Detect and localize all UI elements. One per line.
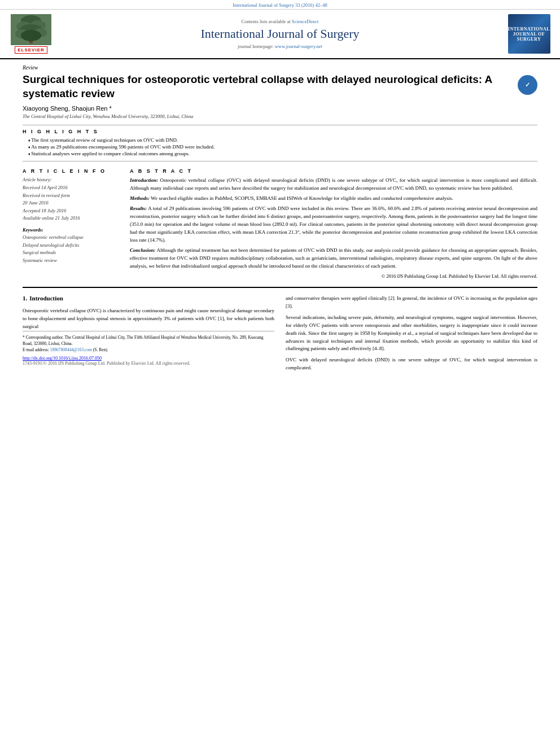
keyword-2: Delayed neurological deficits — [23, 242, 119, 250]
affiliation-text: The Central Hospital of Lishui City, Wen… — [23, 113, 537, 119]
journal-header-center: Contents lists available at ScienceDirec… — [56, 14, 504, 54]
keywords-label: Keywords: — [23, 227, 119, 233]
article-history: Article history: Received 14 April 2016 … — [23, 176, 119, 222]
highlights-heading: H I G H L I G H T S — [23, 129, 537, 134]
keywords-list: Osteoporotic vertebral collapse Delayed … — [23, 234, 119, 264]
intro-section-heading: Introduction — [29, 295, 63, 302]
authors-line: Xiaoyong Sheng, Shaojun Ren * — [23, 105, 537, 112]
keyword-3: Surgical methods — [23, 249, 119, 257]
intro-right-col: and conservative therapies were applied … — [286, 295, 537, 372]
journal-citation-bar: International Journal of Surgery 33 (201… — [0, 0, 560, 10]
doi-link[interactable]: http://dx.doi.org/10.1016/j.ijsu.2016.07… — [23, 356, 102, 361]
journal-badge-area: INTERNATIONAL JOURNAL OF SURGERY — [504, 14, 554, 54]
email-note: E-mail address: 18867808444@163.com (S. … — [23, 347, 274, 353]
elsevier-tree-icon — [11, 14, 51, 45]
abstract-heading: A B S T R A C T — [130, 168, 537, 174]
article-info-heading: A R T I C L E I N F O — [23, 168, 119, 174]
abstract-intro-text: Osteoporotic vertebral collapse (OVC) wi… — [130, 177, 537, 191]
footnote-area: * Corresponding author. The Central Hosp… — [23, 331, 274, 366]
revised-date: 20 June 2016 — [23, 199, 119, 207]
intro-paragraph-left: Osteoporotic vertebral collapse (OVC) is… — [23, 307, 274, 331]
keyword-4: Systematic review — [23, 257, 119, 265]
highlights-section: H I G H L I G H T S The first systematic… — [23, 125, 537, 161]
intro-paragraph-right: and conservative therapies were applied … — [286, 295, 537, 372]
journal-homepage-line: journal homepage: www.journal-surgery.ne… — [238, 43, 322, 49]
elsevier-logo: ELSEVIER — [11, 14, 51, 54]
highlight-item-3: Statistical analyses were applied to com… — [23, 151, 537, 156]
abstract-conclusion-label: Conclusion: — [130, 247, 156, 253]
available-date: Available online 21 July 2016 — [23, 215, 119, 222]
article-content: Review Surgical techniques for osteoporo… — [0, 59, 560, 378]
intro-right-p3: OVC with delayed neurological deficits (… — [286, 356, 537, 372]
crossmark-icon: ✓ — [518, 75, 537, 95]
issn-text: 1743-9191/© 2016 IJS Publishing Group Lt… — [23, 361, 274, 366]
article-title-row: Surgical techniques for osteoporotic ver… — [23, 73, 537, 101]
authors-text: Xiaoyong Sheng, Shaojun Ren * — [23, 105, 112, 112]
journal-citation-text: International Journal of Surgery 33 (201… — [233, 2, 327, 8]
science-direct-line: Contents lists available at ScienceDirec… — [242, 19, 319, 24]
science-direct-link[interactable]: ScienceDirect — [292, 19, 319, 24]
article-type-label: Review — [23, 65, 537, 71]
svg-point-8 — [21, 30, 41, 41]
surgery-journal-badge: INTERNATIONAL JOURNAL OF SURGERY — [508, 14, 550, 54]
journal-homepage-link[interactable]: www.journal-surgery.net — [275, 43, 322, 49]
elsevier-logo-area: ELSEVIER — [6, 14, 56, 54]
history-label: Article history: — [23, 176, 119, 184]
abstract-methods: Methods: We searched eligible studies in… — [130, 195, 537, 203]
journal-title: International Journal of Surgery — [200, 27, 359, 41]
info-abstract-row: A R T I C L E I N F O Article history: R… — [23, 168, 537, 279]
journal-header: ELSEVIER Contents lists available at Sci… — [0, 10, 560, 59]
abstract-methods-label: Methods: — [130, 195, 150, 201]
abstract-methods-text: We searched eligible studies in PubMed, … — [151, 195, 453, 201]
intro-right-p2: Several indications, including severe pa… — [286, 314, 537, 353]
intro-section-number: 1. — [23, 295, 27, 302]
intro-left-col: 1. Introduction Osteoporotic vertebral c… — [23, 295, 274, 372]
email-link[interactable]: 18867808444@163.com — [50, 347, 92, 352]
article-title: Surgical techniques for osteoporotic ver… — [23, 73, 512, 101]
section-divider — [23, 287, 537, 288]
highlight-item-2: As many as 29 publications encompassing … — [23, 144, 537, 150]
crossmark-badge[interactable]: ✓ — [518, 75, 537, 95]
intro-right-p1: and conservative therapies were applied … — [286, 295, 537, 311]
article-info-col: A R T I C L E I N F O Article history: R… — [23, 168, 119, 279]
surgery-badge-text: INTERNATIONAL JOURNAL OF SURGERY — [508, 27, 550, 42]
abstract-col: A B S T R A C T Introduction: Osteoporot… — [130, 168, 537, 279]
received-date: Received 14 April 2016 — [23, 184, 119, 192]
abstract-introduction: Introduction: Osteoporotic vertebral col… — [130, 177, 537, 193]
elsevier-brand-name: ELSEVIER — [15, 46, 47, 54]
abstract-conclusion: Conclusion: Although the optimal treatme… — [130, 247, 537, 270]
abstract-conclusion-text: Although the optimal treatment has not b… — [130, 247, 537, 269]
abstract-copyright: © 2016 IJS Publishing Group Ltd. Publish… — [130, 273, 537, 280]
abstract-text: Introduction: Osteoporotic vertebral col… — [130, 177, 537, 279]
abstract-results-label: Results: — [130, 206, 147, 211]
intro-heading-row: 1. Introduction — [23, 295, 274, 304]
keyword-1: Osteoporotic vertebral collapse — [23, 234, 119, 242]
introduction-section: 1. Introduction Osteoporotic vertebral c… — [23, 295, 537, 372]
abstract-results: Results: A total of 29 publications invo… — [130, 205, 537, 244]
received-revised-label: Received in revised form — [23, 192, 119, 200]
abstract-intro-label: Introduction: — [130, 177, 158, 183]
highlight-item-1: The first systematical review of surgica… — [23, 137, 537, 143]
accepted-date: Accepted 18 July 2016 — [23, 207, 119, 215]
corresponding-author-note: * Corresponding author. The Central Hosp… — [23, 334, 274, 347]
abstract-results-text: A total of 29 publications involving 596… — [130, 206, 537, 243]
